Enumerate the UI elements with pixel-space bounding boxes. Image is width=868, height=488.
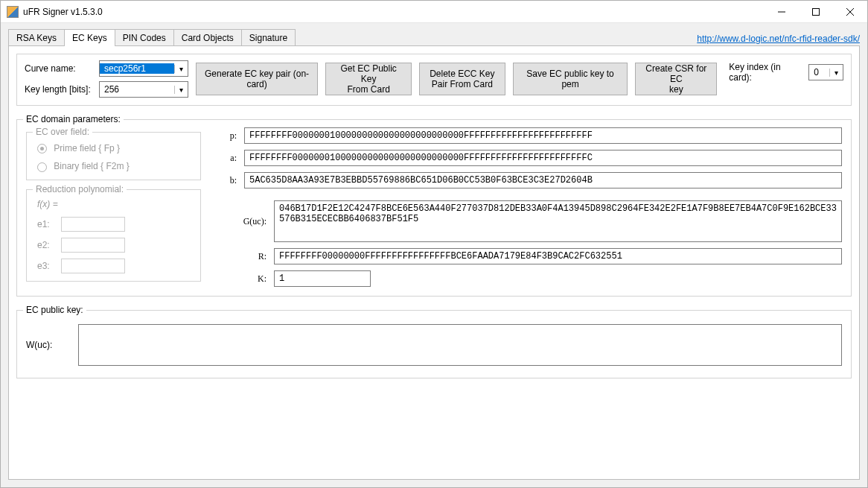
k-label: K:	[237, 273, 267, 285]
curve-name-label: Curve name:	[25, 63, 93, 74]
minimize-button[interactable]	[765, 1, 799, 22]
reduction-polynomial-legend: Reduction polynomial:	[33, 184, 127, 194]
ec-over-field-group: EC over field: Prime field { Fp } Binary…	[26, 132, 201, 180]
curve-name-combo[interactable]: secp256r1 ▾	[99, 60, 188, 77]
tabstrip: RSA Keys EC Keys PIN Codes Card Objects …	[8, 29, 295, 46]
ec-toolbar: Curve name: secp256r1 ▾ Key length [bits…	[16, 54, 852, 106]
get-ec-public-key-button[interactable]: Get EC Public Key From Card	[325, 63, 412, 95]
r-value[interactable]: FFFFFFFF00000000FFFFFFFFFFFFFFFFBCE6FAAD…	[274, 248, 842, 264]
tab-rsa-keys[interactable]: RSA Keys	[8, 29, 65, 46]
e3-input	[61, 259, 125, 273]
reduction-polynomial-group: Reduction polynomial: f(x) = e1: e2: e3:	[26, 189, 201, 282]
chevron-down-icon: ▾	[829, 69, 843, 77]
tab-card-objects[interactable]: Card Objects	[173, 29, 242, 46]
prime-field-radio: Prime field { Fp }	[37, 143, 193, 153]
curve-name-value: secp256r1	[100, 63, 174, 74]
ec-over-field-legend: EC over field:	[33, 127, 92, 137]
key-index-combo[interactable]: 0 ▾	[808, 64, 843, 80]
g-label: G(uc):	[237, 216, 267, 227]
binary-field-label: Binary field { F2m }	[54, 161, 129, 171]
app-icon	[7, 6, 19, 18]
ec-public-key-legend: EC public key:	[23, 305, 86, 315]
curve-selectors: Curve name: secp256r1 ▾ Key length [bits…	[25, 60, 188, 98]
e1-input	[61, 217, 125, 232]
prime-field-label: Prime field { Fp }	[54, 143, 120, 153]
create-csr-button[interactable]: Create CSR for EC key	[635, 63, 717, 95]
radio-icon	[37, 162, 47, 172]
ec-public-key-group: EC public key: W(uc):	[16, 310, 852, 378]
svg-rect-0	[813, 8, 820, 15]
b-value[interactable]: 5AC635D8AA3A93E7B3EBBD55769886BC651D06B0…	[244, 172, 842, 188]
e3-label: e3:	[37, 261, 54, 271]
sdk-link-container: http://www.d-logic.net/nfc-rfid-reader-s…	[697, 34, 860, 44]
p-label: p:	[207, 130, 237, 142]
fx-label: f(x) =	[37, 199, 193, 209]
tab-pin-codes[interactable]: PIN Codes	[115, 29, 174, 46]
key-index-label: Key index (in card):	[729, 62, 804, 83]
app-window: uFR Signer v1.5.3.0 RSA Keys EC Keys PIN…	[0, 0, 868, 488]
ec-domain-parameters-group: EC domain parameters: EC over field: Pri…	[16, 119, 852, 297]
key-length-combo[interactable]: 256 ▾	[99, 81, 188, 98]
r-label: R:	[237, 251, 267, 262]
generate-ec-keypair-button[interactable]: Generate EC key pair (on-card)	[196, 63, 319, 95]
w-value[interactable]	[78, 324, 842, 366]
k-value[interactable]: 1	[274, 270, 371, 287]
a-value[interactable]: FFFFFFFF00000001000000000000000000000000…	[244, 150, 842, 166]
chevron-down-icon: ▾	[174, 65, 188, 73]
tabstrip-row: RSA Keys EC Keys PIN Codes Card Objects …	[8, 29, 860, 46]
key-index-value: 0	[809, 67, 829, 77]
key-index-group: Key index (in card): 0 ▾	[729, 62, 843, 83]
b-label: b:	[207, 175, 237, 186]
maximize-button[interactable]	[799, 1, 833, 22]
delete-ecc-keypair-button[interactable]: Delete ECC Key Pair From Card	[419, 63, 505, 95]
window-title: uFR Signer v1.5.3.0	[23, 7, 765, 17]
window-controls	[765, 1, 867, 22]
a-label: a:	[207, 153, 237, 164]
g-value[interactable]: 046B17D1F2E12C4247F8BCE6E563A440F277037D…	[274, 200, 842, 242]
tab-page-ec-keys: Curve name: secp256r1 ▾ Key length [bits…	[8, 45, 860, 480]
chevron-down-icon: ▾	[174, 86, 188, 94]
close-button[interactable]	[833, 1, 867, 22]
w-label: W(uc):	[26, 340, 71, 350]
tab-signature[interactable]: Signature	[241, 29, 296, 46]
e1-label: e1:	[37, 219, 54, 229]
e2-input	[61, 238, 125, 253]
save-ec-pubkey-pem-button[interactable]: Save EC public key to pem	[513, 63, 628, 95]
tab-ec-keys[interactable]: EC Keys	[64, 29, 115, 46]
titlebar: uFR Signer v1.5.3.0	[1, 1, 867, 23]
radio-icon	[37, 144, 47, 153]
p-value[interactable]: FFFFFFFF00000001000000000000000000000000…	[244, 127, 842, 144]
e2-label: e2:	[37, 240, 54, 250]
sdk-link[interactable]: http://www.d-logic.net/nfc-rfid-reader-s…	[697, 34, 860, 44]
key-length-value: 256	[100, 84, 174, 95]
binary-field-radio: Binary field { F2m }	[37, 161, 193, 171]
key-length-label: Key length [bits]:	[25, 84, 93, 95]
ec-domain-parameters-legend: EC domain parameters:	[23, 114, 124, 124]
client-area: RSA Keys EC Keys PIN Codes Card Objects …	[1, 23, 867, 487]
